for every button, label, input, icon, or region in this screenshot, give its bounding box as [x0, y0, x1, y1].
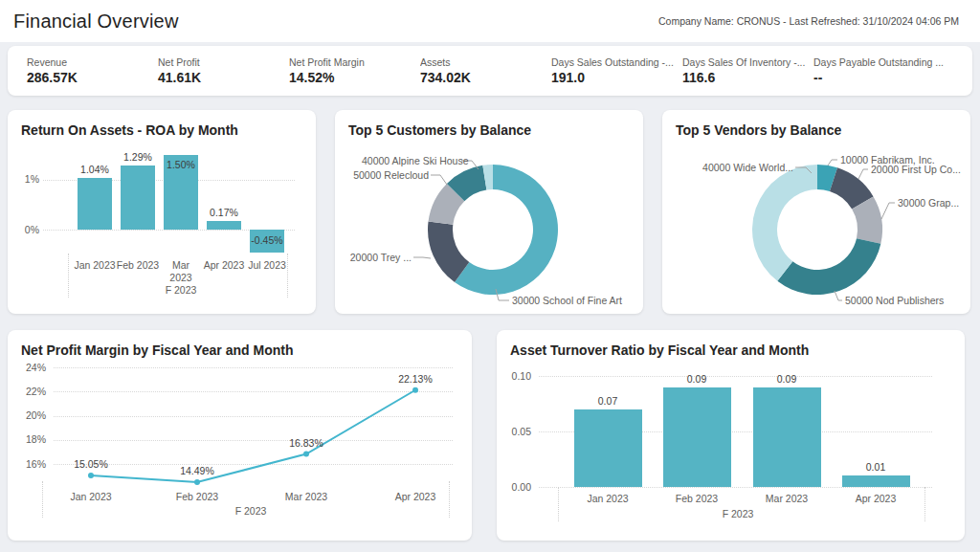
y-axis-tick: 0.05: [497, 426, 531, 437]
line-path[interactable]: [91, 390, 415, 482]
card-top-vendors: Top 5 Vendors by Balance 10000 Fabrikam,…: [662, 110, 970, 314]
kpi-value: 116.6: [682, 70, 813, 85]
bar-value-label: 1.04%: [66, 164, 123, 175]
kpi-item: Days Payable Outstanding ...--: [813, 56, 945, 85]
donut-label-school-of-fine-art: 30000 School of Fine Art: [512, 295, 622, 306]
y-axis-tick: 0.10: [497, 370, 531, 382]
kpi-item: Net Profit Margin14.52%: [289, 56, 420, 85]
point-value-label: 16.83%: [278, 437, 335, 449]
bar-Feb 2023[interactable]: [663, 387, 731, 487]
kpi-label: Net Profit: [158, 56, 289, 68]
row-visuals-top: Return On Assets - ROA by Month 1%0%1.04…: [8, 110, 972, 314]
bar-value-label: 0.01: [847, 461, 904, 473]
chart-title-npm: Net Profit Margin by Fiscal Year and Mon…: [21, 342, 293, 358]
point-value-label: 22.13%: [387, 373, 444, 385]
data-point-Jan 2023[interactable]: [88, 473, 94, 478]
kpi-label: Days Payable Outstanding ...: [813, 56, 945, 68]
y-axis-tick: 0.00: [497, 481, 531, 493]
card-asset-turnover: Asset Turnover Ratio by Fiscal Year and …: [497, 330, 965, 541]
bar-value-label: 1.50%: [152, 159, 210, 170]
kpi-item: Assets734.02K: [420, 56, 551, 85]
kpi-label: Net Profit Margin: [289, 56, 420, 68]
kpi-item: Days Sales Of Inventory -...116.6: [682, 56, 813, 85]
x-axis-frame: [68, 254, 288, 298]
page-title: Financial Overview: [13, 11, 179, 33]
kpi-value: --: [813, 70, 945, 85]
kpi-value: 191.0: [551, 70, 682, 85]
kpi-item: Days Sales Outstanding -...191.0: [551, 56, 682, 85]
bar-Apr 2023[interactable]: [207, 221, 241, 230]
bar-value-label: 0.07: [579, 395, 636, 407]
kpi-label: Days Sales Of Inventory -...: [682, 56, 813, 68]
atr-bar-chart: 0.100.050.000.070.090.090.01Jan 2023Feb …: [497, 330, 965, 541]
x-axis-frame: [42, 481, 450, 518]
kpi-value: 734.02K: [420, 70, 551, 85]
card-top-customers: Top 5 Customers by Balance 40000 Alpine …: [335, 110, 643, 314]
chart-title-customers: Top 5 Customers by Balance: [348, 122, 531, 138]
donut-label-grap: 30000 Grap...: [898, 197, 959, 209]
kpi-strip: Revenue286.57KNet Profit41.61KNet Profit…: [8, 46, 972, 96]
donut: [662, 110, 970, 314]
bar-Feb 2023[interactable]: [121, 166, 155, 230]
donut-label-wide-world: 40000 Wide World...: [679, 162, 793, 173]
bar-value-label: 0.17%: [195, 207, 253, 218]
x-axis-frame: [558, 487, 925, 521]
top-bar: Financial Overview Company Name: CRONUS …: [0, 0, 980, 42]
donut-label-alpine-ski-house: 40000 Alpine Ski House: [362, 155, 459, 166]
kpi-value: 14.52%: [289, 70, 420, 85]
y-axis-tick: 1%: [12, 173, 39, 185]
donut-label-trey: 20000 Trey ...: [345, 252, 412, 263]
card-roa: Return On Assets - ROA by Month 1%0%1.04…: [8, 110, 316, 314]
card-net-profit-margin: Net Profit Margin by Fiscal Year and Mon…: [8, 330, 472, 541]
data-point-Apr 2023[interactable]: [412, 387, 418, 393]
point-value-label: 14.49%: [168, 465, 226, 476]
kpi-label: Revenue: [27, 56, 158, 68]
donut-label-first-up: 20000 First Up Co...: [871, 164, 961, 175]
donut: [335, 110, 643, 314]
data-point-Mar 2023[interactable]: [303, 452, 309, 457]
kpi-value: 41.61K: [158, 70, 289, 85]
row-visuals-bottom: Net Profit Margin by Fiscal Year and Mon…: [8, 330, 972, 541]
y-axis-tick: 0%: [12, 224, 39, 235]
bar-value-label: 0.09: [668, 373, 725, 385]
kpi-label: Days Sales Outstanding -...: [551, 56, 682, 68]
donut-slice-40000 Wide World...[interactable]: [752, 165, 817, 281]
report-canvas: Revenue286.57KNet Profit41.61KNet Profit…: [0, 42, 980, 541]
donut-slice-50000 Nod Publishers[interactable]: [777, 238, 880, 295]
roa-bar-chart: 1%0%1.04%1.29%1.50%0.17%-0.45%Jan 2023Fe…: [8, 110, 316, 314]
bar-Mar 2023[interactable]: [753, 387, 821, 487]
kpi-item: Net Profit41.61K: [158, 56, 289, 85]
report-meta: Company Name: CRONUS - Last Refreshed: 3…: [658, 15, 959, 27]
donut-label-nod-publishers: 50000 Nod Publishers: [845, 295, 944, 306]
chart-title-atr: Asset Turnover Ratio by Fiscal Year and …: [510, 342, 809, 358]
donut-label-relecloud: 50000 Relecloud: [352, 169, 429, 181]
customers-donut-chart: 40000 Alpine Ski House 50000 Relecloud 2…: [335, 110, 643, 314]
gridline: [539, 376, 932, 377]
bar-Apr 2023[interactable]: [842, 475, 910, 487]
vendors-donut-chart: 10000 Fabrikam, Inc. 20000 First Up Co..…: [662, 110, 970, 314]
kpi-item: Revenue286.57K: [27, 56, 158, 85]
npm-line-chart: 24%22%20%18%16%15.05%14.49%16.83%22.13%J…: [8, 330, 472, 541]
chart-title-roa: Return On Assets - ROA by Month: [21, 122, 238, 138]
point-value-label: 15.05%: [62, 458, 120, 470]
chart-title-vendors: Top 5 Vendors by Balance: [676, 122, 841, 138]
bar-Jan 2023[interactable]: [78, 178, 112, 230]
bar-value-label: -0.45%: [238, 234, 296, 246]
kpi-label: Assets: [420, 56, 551, 68]
bar-Jan 2023[interactable]: [574, 409, 642, 487]
kpi-value: 286.57K: [27, 70, 158, 85]
bar-value-label: 0.09: [758, 373, 815, 385]
